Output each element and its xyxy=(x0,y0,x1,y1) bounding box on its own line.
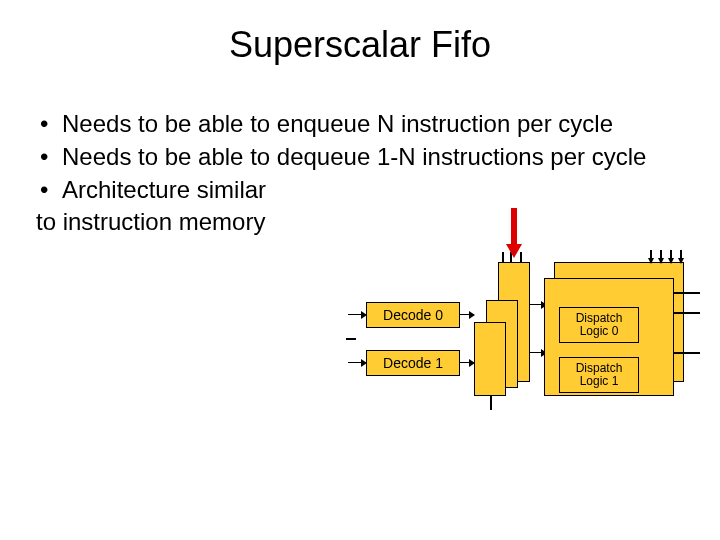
tick xyxy=(502,252,504,262)
fifo-stack xyxy=(472,262,534,396)
dispatch-group: Dispatch Logic 0 Dispatch Logic 1 xyxy=(544,262,694,396)
wire xyxy=(674,352,700,354)
bullet-item: Needs to be able to dequeue 1-N instruct… xyxy=(36,143,684,172)
arrowhead-icon xyxy=(648,258,654,264)
arrowhead-icon xyxy=(658,258,664,264)
wire xyxy=(346,338,356,340)
wire xyxy=(348,314,366,315)
bullet-item: Architecture similar xyxy=(36,176,684,205)
fifo-stage xyxy=(474,322,506,396)
arrowhead-icon xyxy=(678,258,684,264)
bullet-continuation: to instruction memory xyxy=(36,208,684,237)
decode-0-box: Decode 0 xyxy=(366,302,460,328)
dispatch-front-panel: Dispatch Logic 0 Dispatch Logic 1 xyxy=(544,278,674,396)
wire xyxy=(674,312,700,314)
dispatch-logic-0-box: Dispatch Logic 0 xyxy=(559,307,639,343)
dispatch-0-l2: Logic 0 xyxy=(580,325,619,338)
dispatch-logic-1-box: Dispatch Logic 1 xyxy=(559,357,639,393)
wire xyxy=(348,362,366,363)
arrowhead-icon xyxy=(668,258,674,264)
wire xyxy=(490,396,492,410)
slide-body: Needs to be able to enqueue N instructio… xyxy=(36,110,684,237)
decode-1-box: Decode 1 xyxy=(366,350,460,376)
bullet-list: Needs to be able to enqueue N instructio… xyxy=(36,110,684,204)
bullet-item: Needs to be able to enqueue N instructio… xyxy=(36,110,684,139)
slide: Superscalar Fifo Needs to be able to enq… xyxy=(0,0,720,540)
pipeline-diagram: Decode 0 Decode 1 Dispatch xyxy=(352,252,704,412)
dispatch-1-l2: Logic 1 xyxy=(580,375,619,388)
wire xyxy=(674,292,700,294)
slide-title: Superscalar Fifo xyxy=(36,24,684,66)
